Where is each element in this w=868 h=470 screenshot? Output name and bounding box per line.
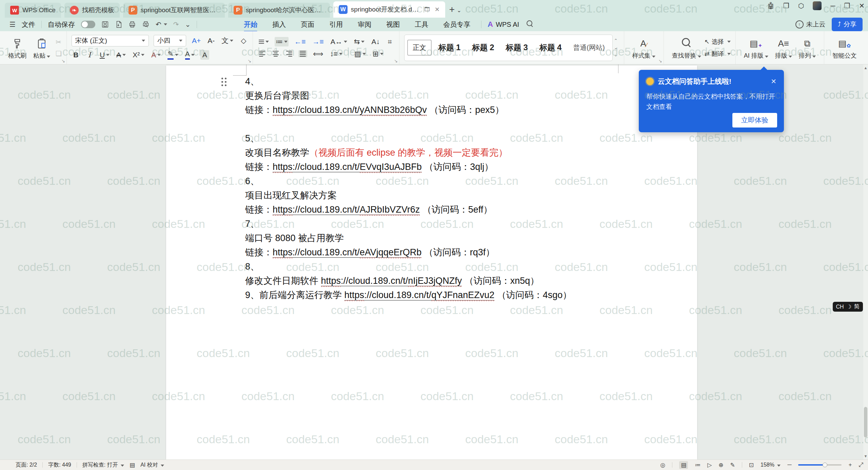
doc-line-10[interactable]: 7、 (245, 217, 646, 231)
paragraph-dialog-launcher[interactable]: ↘ (394, 58, 398, 63)
align-right-button[interactable] (285, 50, 294, 57)
zoom-in-icon[interactable]: + (848, 462, 852, 468)
doc-line-4[interactable]: 5、 (245, 131, 646, 145)
zoom-slider[interactable] (798, 464, 842, 466)
doc-link[interactable]: qYJFnanEZvu2 (431, 290, 494, 300)
pinyin-guide-button[interactable]: 文 (220, 35, 234, 46)
style-item-2[interactable]: 标题2 (467, 40, 499, 56)
doc-line-15[interactable]: 9、前后端分离运行教学 https://cloud.189.cn/t/qYJFn… (245, 288, 646, 302)
align-left-button[interactable] (258, 50, 267, 57)
align-center-button[interactable] (271, 50, 280, 57)
style-item-1[interactable]: 标题1 (434, 40, 465, 56)
shading-color-button[interactable]: ▨ (353, 49, 367, 59)
doc-link[interactable]: https (273, 204, 293, 215)
strikethrough-button[interactable]: A (115, 50, 127, 60)
doc-line-8[interactable]: 项目出现红叉解决方案 (245, 188, 646, 202)
highlight-color-button[interactable]: ✎ (166, 49, 179, 60)
layout-button[interactable]: A≡ 排版 (772, 36, 795, 60)
scrollbar-thumb[interactable] (864, 407, 867, 437)
increase-indent-icon[interactable]: →≡ (311, 37, 324, 46)
doc-line-1[interactable]: 更换后台背景图 (245, 89, 646, 103)
numbered-list-button[interactable]: ≔ (275, 37, 289, 46)
cloud-sync-status[interactable]: ↑ 未上云 (795, 20, 826, 29)
character-shading-button[interactable]: A (200, 50, 209, 60)
doc-link[interactable]: https (273, 247, 293, 258)
cut-icon[interactable]: ✂ (56, 38, 62, 46)
zoom-out-icon[interactable]: ─ (787, 462, 791, 468)
font-name-select[interactable]: 宋体 (正文) (72, 35, 149, 46)
autosave-toggle[interactable] (81, 21, 95, 28)
menu-tab-4[interactable]: 审阅 (352, 19, 377, 31)
font-size-select[interactable]: 小四 (154, 35, 186, 46)
scroll-up-icon[interactable]: ▲ (863, 66, 868, 70)
font-dialog-launcher[interactable]: ↘ (248, 58, 251, 63)
doc-line-11[interactable]: 端口号 8080 被占用教学 (245, 231, 646, 245)
search-button[interactable] (527, 20, 533, 29)
paragraph-drag-handle[interactable] (221, 78, 229, 89)
superscript-button[interactable]: X² (132, 50, 145, 60)
doc-link[interactable]: EVvqI3uAJBFb (360, 162, 422, 172)
word-count[interactable]: 字数: 449 (48, 462, 71, 469)
ai-layout-button[interactable]: ▤✦ AI 排版 (741, 36, 772, 60)
format-painter-button[interactable]: 格式刷 (5, 35, 30, 61)
find-replace-button[interactable]: 查找替换 (669, 36, 705, 60)
doc-line-7[interactable]: 6、 (245, 174, 646, 188)
text-tool-icon[interactable]: ⌗ (386, 37, 394, 46)
workspace-windows-icon[interactable]: ❐ (783, 2, 789, 10)
ink-pen-icon[interactable]: ✎ (730, 462, 735, 469)
doc-link[interactable]: AJRbIbVZVr6z (360, 204, 420, 215)
spellcheck-status[interactable]: 拼写检查: 打开 (82, 462, 124, 469)
doc-link[interactable]: eAVjqqeErQRb (360, 247, 422, 258)
popup-close-icon[interactable]: ✕ (771, 77, 776, 85)
doc-link[interactable]: https (344, 290, 364, 300)
new-tab-button[interactable]: + (449, 4, 455, 15)
doc-link[interactable]: https (273, 105, 293, 115)
menu-tab-5[interactable]: 视图 (380, 19, 406, 31)
doc-line-5[interactable]: 改项目名称教学（视频后面有 eclipse 的教学，视频一定要看完） (245, 145, 646, 160)
character-scale-button[interactable]: A↔ (330, 37, 348, 46)
doc-link[interactable]: https (321, 276, 341, 286)
page-view-icon[interactable]: ▤ (679, 461, 688, 469)
page-indicator[interactable]: 页面: 2/2 (16, 462, 37, 469)
menu-tab-7[interactable]: 会员专享 (437, 19, 476, 31)
doc-line-9[interactable]: 链接：https://cloud.189.cn/t/AJRbIbVZVr6z （… (245, 202, 646, 217)
ime-indicator[interactable]: CH ☽ 简 (833, 302, 863, 312)
apps-box-icon[interactable]: ⬡ (798, 2, 804, 10)
menu-tab-3[interactable]: 引用 (323, 19, 349, 31)
doc-line-6[interactable]: 链接：https://cloud.189.cn/t/EVvqI3uAJBFb （… (245, 160, 646, 174)
translate-button[interactable]: ⇄ 翻译 (705, 50, 731, 58)
save-icon[interactable] (101, 21, 109, 28)
style-set-button[interactable]: A∕ 样式集 (629, 36, 659, 60)
doc-line-12[interactable]: 链接：https://cloud.189.cn/t/eAVjqqeErQRb （… (245, 245, 646, 259)
share-button[interactable]: ⤴ 分享 (832, 18, 863, 31)
read-mode-icon[interactable]: ▷ (707, 462, 712, 469)
tab-list-chevron-icon[interactable]: ⌄ (457, 7, 461, 14)
font-color-button[interactable]: A (184, 49, 196, 60)
restore-button[interactable]: ❐ (844, 2, 850, 10)
doc-link[interactable]: ://cloud.189.cn/t/ (293, 247, 360, 258)
style-scroll-up-icon[interactable]: ⌃ (614, 38, 618, 43)
style-more-icon[interactable]: ⌄ (614, 52, 618, 57)
hamburger-menu-icon[interactable]: ☰ (9, 20, 16, 28)
doc-link[interactable]: nIjEJ3jQNZfy (408, 276, 462, 286)
web-view-icon[interactable]: ⊕ (718, 462, 723, 469)
distribute-button[interactable]: ⟺ (312, 49, 324, 59)
zoom-slider-knob[interactable] (823, 463, 827, 467)
print-preview-icon[interactable] (142, 21, 150, 28)
decrease-font-button[interactable]: A- (206, 36, 216, 45)
style-item-4[interactable]: 标题4 (535, 40, 566, 56)
doc-line-3[interactable] (245, 117, 646, 131)
smart-doc-button[interactable]: ▤✿ 智能公文 (829, 36, 860, 60)
vertical-scrollbar[interactable]: ▲ ▼ (863, 64, 868, 459)
file-menu[interactable]: 文件 (22, 20, 35, 29)
document-content[interactable]: 4、更换后台背景图链接：https://cloud.189.cn/t/yANNB… (245, 74, 646, 302)
tab-close-icon[interactable]: ✕ (435, 6, 440, 13)
bullet-list-button[interactable] (258, 39, 270, 44)
close-button[interactable]: ✕ (859, 2, 865, 10)
minimize-button[interactable]: ─ (830, 2, 835, 10)
zoom-level[interactable]: 158% (761, 462, 781, 468)
italic-button[interactable]: I (85, 50, 94, 60)
ai-assistant-icon[interactable]: 🤖︎ (768, 2, 774, 10)
bold-button[interactable]: B (72, 50, 80, 60)
doc-line-2[interactable]: 链接：https://cloud.189.cn/t/yANNB3b26bQv （… (245, 103, 646, 117)
